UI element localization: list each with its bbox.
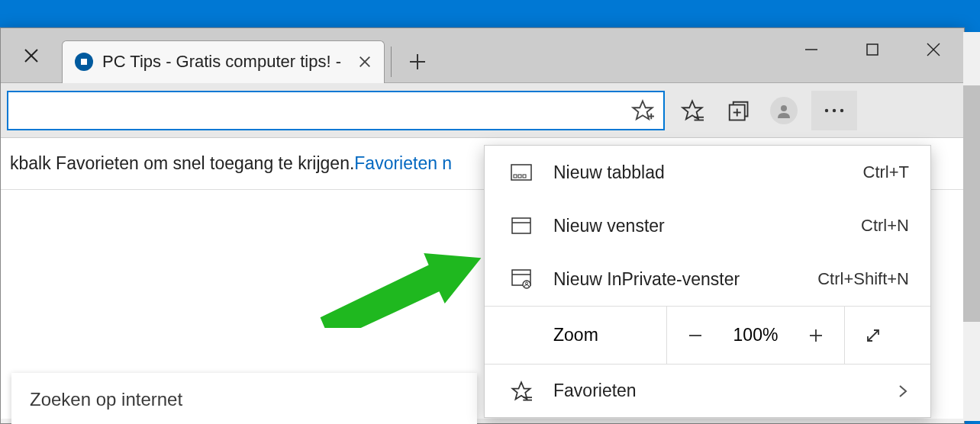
star-plus-icon [631,99,654,122]
star-list-icon [681,99,704,122]
svg-line-35 [868,330,878,341]
menu-item-shortcut: Ctrl+T [863,162,910,182]
svg-point-21 [840,108,843,111]
window-controls [781,28,964,71]
svg-rect-8 [867,44,878,55]
active-tab[interactable]: PC Tips - Gratis computer tips! - [62,40,385,83]
menu-item-label: Favorieten [553,381,897,401]
menu-item-label: Nieuw venster [553,216,861,236]
svg-rect-23 [514,175,517,178]
settings-dropdown-menu: Nieuw tabblad Ctrl+T Nieuw venster Ctrl+… [484,145,931,418]
minimize-icon [804,42,819,57]
minus-icon [687,327,704,344]
menu-new-inprivate[interactable]: Nieuw InPrivate-venster Ctrl+Shift+N [485,252,930,306]
collections-button[interactable] [720,92,756,129]
titlebar: PC Tips - Gratis computer tips! - [1,28,964,83]
svg-rect-2 [81,59,87,65]
profile-button[interactable] [766,92,802,129]
favicon [75,53,93,71]
svg-rect-25 [523,175,526,178]
fullscreen-icon [864,326,882,345]
menu-item-label: Nieuw InPrivate-venster [553,269,817,290]
settings-menu-button[interactable] [811,91,857,130]
svg-point-18 [781,105,787,111]
scrollbar[interactable] [963,32,980,421]
tab-title: PC Tips - Gratis computer tips! - [102,52,341,72]
minimize-button[interactable] [781,28,842,71]
window-icon [506,217,537,234]
menu-item-shortcut: Ctrl+N [861,216,909,236]
more-icon [824,108,845,114]
avatar-icon [770,97,798,124]
menu-favorites[interactable]: Favorieten [485,364,930,417]
svg-rect-24 [518,175,521,178]
address-toolbar [1,83,964,138]
zoom-value: 100% [724,325,788,345]
maximize-icon [866,43,879,56]
address-bar[interactable] [7,91,665,130]
menu-item-label: Nieuw tabblad [553,162,863,183]
close-icon[interactable] [358,55,372,69]
zoom-out-button[interactable] [667,307,724,365]
close-icon [925,41,942,58]
close-window-button[interactable] [903,28,964,71]
menu-item-shortcut: Ctrl+Shift+N [817,269,909,289]
menu-new-window[interactable]: Nieuw venster Ctrl+N [485,199,930,252]
favorites-hint-text: kbalk Favorieten om snel toegang te krij… [10,153,354,174]
fullscreen-button[interactable] [845,307,901,365]
scrollbar-thumb[interactable] [963,85,980,322]
svg-rect-26 [512,218,530,233]
favorites-button[interactable] [674,92,711,129]
plus-icon [407,51,428,72]
new-tab-button[interactable] [407,39,428,72]
maximize-button[interactable] [842,28,903,71]
favorites-hint-link[interactable]: Favorieten n [354,153,452,174]
menu-new-tab[interactable]: Nieuw tabblad Ctrl+T [485,146,930,199]
search-box[interactable]: Zoeken op internet [11,373,477,424]
search-placeholder: Zoeken op internet [30,389,182,410]
tab-divider [391,47,392,77]
zoom-label: Zoom [506,325,666,345]
zoom-in-button[interactable] [788,307,844,365]
close-icon [24,48,39,63]
svg-point-19 [825,108,828,111]
chevron-right-icon [897,382,909,400]
star-list-icon [506,381,537,402]
prev-tab-close-button[interactable] [1,48,62,63]
menu-zoom-row: Zoom 100% [485,306,930,364]
inprivate-icon [506,269,537,289]
collections-icon [727,99,750,122]
plus-icon [808,327,824,344]
favorite-star-button[interactable] [631,99,654,122]
new-tab-icon [506,164,537,181]
svg-point-20 [833,108,836,111]
